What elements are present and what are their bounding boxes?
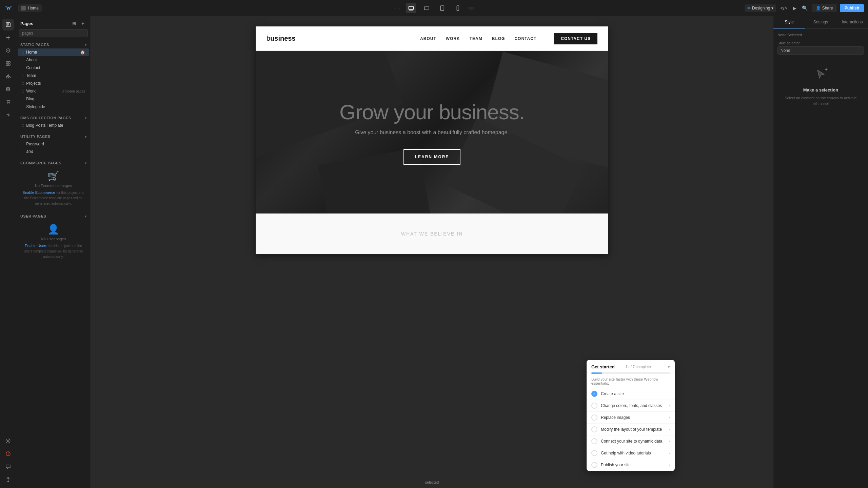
- enable-ecommerce-link[interactable]: Enable Ecommerce for this project and th…: [20, 190, 86, 206]
- page-tab[interactable]: Home: [18, 4, 42, 12]
- tab-settings[interactable]: Settings: [805, 16, 836, 28]
- nav-link-contact[interactable]: CONTACT: [514, 36, 536, 41]
- work-hidden-badge: 3 hidden pages: [62, 89, 85, 93]
- page-file-icon: □: [22, 97, 24, 101]
- none-selected-label: None Selected: [777, 33, 864, 37]
- user-empty-icon: 👤: [20, 224, 86, 235]
- page-item-styleguide[interactable]: □ Styleguide: [18, 103, 89, 110]
- right-panel-tabs: Style Settings Interactions: [773, 16, 868, 29]
- gs-item-replace-images[interactable]: Replace images ›: [587, 412, 675, 424]
- user-pages-chevron: ▾: [85, 215, 87, 218]
- tablet-landscape-breakpoint-btn[interactable]: [422, 3, 432, 13]
- page-item-blog-template[interactable]: □ Blog Posts Template: [18, 122, 89, 129]
- static-pages-section-header[interactable]: Static pages ▾: [16, 40, 91, 48]
- search-icon[interactable]: 🔍: [801, 4, 809, 12]
- style-selector-dropdown[interactable]: None: [777, 46, 864, 55]
- gs-arrow-replace-images: ›: [669, 415, 670, 420]
- ecommerce-pages-section-header[interactable]: Ecommerce pages ▾: [16, 158, 91, 166]
- nav-link-work[interactable]: WORK: [446, 36, 460, 41]
- webflow-logo[interactable]: [4, 3, 14, 13]
- chevron-down-icon: ▾: [771, 6, 773, 11]
- nav-link-about[interactable]: ABOUT: [420, 36, 436, 41]
- sidebar-icon-ecommerce[interactable]: [2, 96, 14, 108]
- nav-link-team[interactable]: TEAM: [470, 36, 482, 41]
- page-item-home[interactable]: □ Home 🏠: [18, 48, 89, 56]
- topbar: Home ··· ✏ Designing ▾ </> ▶ 🔍 👤 Share: [0, 0, 868, 16]
- sidebar-icon-cms[interactable]: [2, 83, 14, 95]
- tab-style[interactable]: Style: [773, 16, 805, 28]
- page-item-about[interactable]: □ About: [18, 56, 89, 64]
- gs-item-publish-site[interactable]: Publish your site ›: [587, 459, 675, 471]
- pages-new-page-btn[interactable]: +: [79, 20, 86, 27]
- site-nav-links: ABOUT WORK TEAM BLOG CONTACT CONTACT US: [420, 33, 597, 44]
- utility-pages-section-header[interactable]: Utility pages ▾: [16, 132, 91, 140]
- gs-arrow-publish-site: ›: [669, 463, 670, 467]
- make-selection-desc: Select an element on the canvas to activ…: [784, 95, 857, 106]
- svg-rect-11: [8, 61, 10, 63]
- pages-header-icons: ⊞ +: [70, 20, 86, 27]
- page-item-password[interactable]: □ Password: [18, 140, 89, 148]
- user-pages-section-header[interactable]: User pages ▾: [16, 211, 91, 220]
- page-item-projects[interactable]: □ Projects: [18, 80, 89, 87]
- gs-check-publish-site: [591, 462, 597, 468]
- get-started-collapse-icon[interactable]: ▾: [668, 364, 670, 369]
- designing-mode-btn[interactable]: ✏ Designing ▾: [745, 4, 776, 12]
- page-item-contact[interactable]: □ Contact: [18, 64, 89, 72]
- get-started-more-icon[interactable]: ···: [662, 364, 666, 369]
- share-button[interactable]: 👤 Share: [812, 4, 837, 12]
- gs-check-create-site: ✓: [591, 391, 597, 397]
- below-hero-text: WHAT WE BELIEVE IN: [401, 231, 463, 237]
- pages-new-folder-btn[interactable]: ⊞: [70, 20, 78, 27]
- gs-arrow-change-colors: ›: [669, 403, 670, 408]
- svg-rect-3: [457, 6, 459, 11]
- topbar-center-controls: ···: [394, 3, 474, 13]
- preview-icon[interactable]: ▶: [791, 4, 798, 12]
- sidebar-icon-pages[interactable]: [2, 19, 14, 30]
- gs-item-change-colors[interactable]: Change colors, fonts, and classes ›: [587, 400, 675, 412]
- nav-link-blog[interactable]: BLOG: [492, 36, 505, 41]
- page-item-404[interactable]: □ 404: [18, 148, 89, 156]
- enable-users-link[interactable]: Enable Users for this project and the Us…: [20, 243, 86, 259]
- static-pages-chevron: ▾: [85, 43, 87, 47]
- sidebar-icon-settings[interactable]: [2, 435, 14, 447]
- gs-item-create-site[interactable]: ✓ Create a site: [587, 388, 675, 400]
- page-file-icon: □: [22, 149, 24, 154]
- page-item-work[interactable]: □ Work 3 hidden pages: [18, 87, 89, 95]
- gs-item-dynamic-data[interactable]: Connect your site to dynamic data ›: [587, 435, 675, 447]
- gs-item-video-tutorials[interactable]: Get help with video tutorials ›: [587, 447, 675, 459]
- page-file-icon: □: [22, 58, 24, 62]
- hero-content: Grow your business. Give your business a…: [339, 100, 525, 165]
- gs-item-modify-layout[interactable]: Modify the layout of your template ›: [587, 424, 675, 435]
- page-file-icon: □: [22, 142, 24, 146]
- mobile-breakpoint-btn[interactable]: [453, 3, 463, 13]
- hero-cta-btn[interactable]: LEARN MORE: [403, 149, 461, 165]
- sidebar-icon-add[interactable]: [2, 32, 14, 43]
- publish-button[interactable]: Publish: [840, 4, 864, 12]
- site-nav-cta-btn[interactable]: CONTACT US: [554, 33, 597, 44]
- tab-interactions[interactable]: Interactions: [836, 16, 868, 28]
- sidebar-icon-error[interactable]: [2, 448, 14, 460]
- page-item-blog[interactable]: □ Blog: [18, 95, 89, 103]
- desktop-breakpoint-btn[interactable]: [406, 3, 416, 13]
- gs-check-modify-layout: [591, 426, 597, 432]
- sidebar-icon-accessibility[interactable]: [2, 474, 14, 485]
- pages-search-input[interactable]: [19, 29, 88, 37]
- sidebar-icon-components[interactable]: [2, 70, 14, 82]
- pages-body: Static pages ▾ □ Home 🏠 □ About □ Contac…: [16, 40, 91, 488]
- page-item-team[interactable]: □ Team: [18, 72, 89, 79]
- hero-subtitle: Give your business a boost with a beauti…: [339, 129, 525, 136]
- tablet-portrait-breakpoint-btn[interactable]: [437, 3, 448, 13]
- more-options-icon[interactable]: ···: [394, 5, 400, 11]
- get-started-progress-bar: [591, 372, 670, 374]
- sidebar-icon-layers[interactable]: [2, 45, 14, 56]
- svg-rect-13: [8, 64, 10, 65]
- sidebar-icon-comments[interactable]: [2, 461, 14, 472]
- sidebar-icon-assets[interactable]: [2, 58, 14, 69]
- sidebar-icon-logic[interactable]: [2, 109, 14, 121]
- page-file-icon: □: [22, 73, 24, 78]
- code-icon[interactable]: </>: [779, 4, 788, 12]
- site-logo: business: [267, 35, 296, 42]
- user-pages-empty: 👤 No User pages Enable Users for this pr…: [16, 220, 91, 263]
- cms-pages-section-header[interactable]: CMS Collection pages ▾: [16, 113, 91, 121]
- canvas-area[interactable]: business ABOUT WORK TEAM BLOG CONTACT CO…: [91, 16, 773, 488]
